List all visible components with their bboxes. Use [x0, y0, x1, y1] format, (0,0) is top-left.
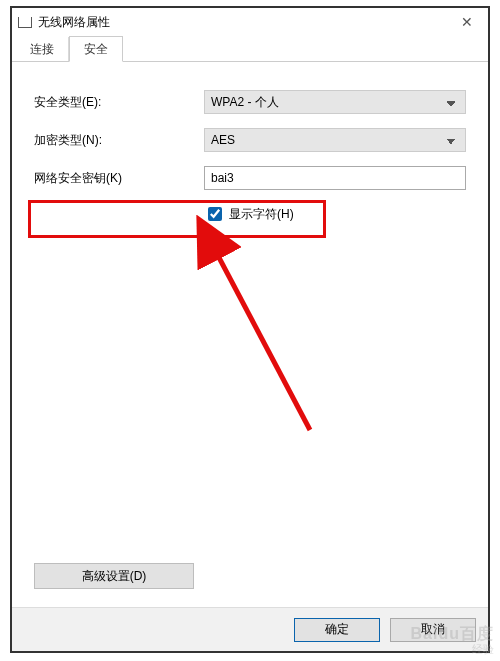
row-encryption-type: 加密类型(N): AES: [34, 128, 466, 152]
select-encryption-type[interactable]: AES: [204, 128, 466, 152]
input-network-key[interactable]: [204, 166, 466, 190]
dialog-footer: 确定 取消: [12, 607, 488, 651]
label-network-key: 网络安全密钥(K): [34, 170, 204, 187]
ok-button[interactable]: 确定: [294, 618, 380, 642]
window-title: 无线网络属性: [38, 14, 110, 31]
tab-strip: 连接 安全: [12, 36, 488, 62]
window-icon: [18, 17, 32, 28]
cancel-button[interactable]: 取消: [390, 618, 476, 642]
tab-content: 安全类型(E): WPA2 - 个人 加密类型(N): AES 网络安全密钥(K…: [12, 62, 488, 607]
checkbox-show-characters[interactable]: [208, 207, 222, 221]
select-security-type[interactable]: WPA2 - 个人: [204, 90, 466, 114]
row-network-key: 网络安全密钥(K): [34, 166, 466, 190]
label-encryption-type: 加密类型(N):: [34, 132, 204, 149]
close-icon[interactable]: ✕: [452, 14, 482, 30]
tab-connect[interactable]: 连接: [16, 37, 69, 61]
label-show-characters: 显示字符(H): [229, 206, 294, 223]
row-show-characters: 显示字符(H): [204, 204, 466, 224]
dialog-window: 无线网络属性 ✕ 连接 安全 安全类型(E): WPA2 - 个人 加密类型(N…: [10, 6, 490, 653]
advanced-settings-button[interactable]: 高级设置(D): [34, 563, 194, 589]
row-security-type: 安全类型(E): WPA2 - 个人: [34, 90, 466, 114]
label-security-type: 安全类型(E):: [34, 94, 204, 111]
title-bar: 无线网络属性 ✕: [12, 8, 488, 36]
tab-security[interactable]: 安全: [69, 36, 123, 62]
